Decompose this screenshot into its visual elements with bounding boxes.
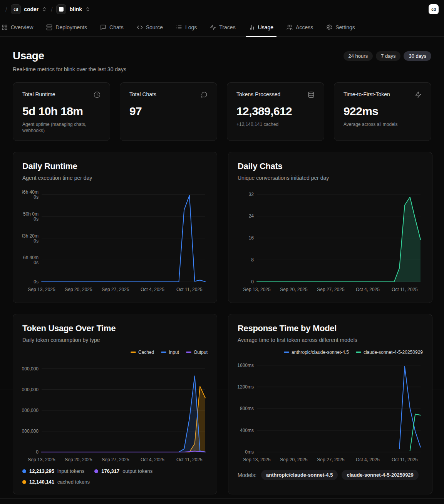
tab-chats[interactable]: Chats <box>100 18 124 37</box>
token-dot-icon <box>22 480 26 484</box>
stat-caption: Agent uptime (managing chats, webhooks) <box>22 121 99 134</box>
database-icon <box>308 91 315 100</box>
legend-item: claude-sonnet-4-5-20250929 <box>356 349 423 355</box>
message-icon <box>201 91 208 100</box>
stat-time-to-first-token: Time-to-First-Token 922ms Average across… <box>334 82 431 141</box>
chart-subtitle: Daily token consumption by type <box>22 337 208 343</box>
chart-row-2: Token Usage Over Time Daily token consum… <box>13 314 431 494</box>
model-badge[interactable]: claude-sonnet-4-5-20250929 <box>342 470 418 480</box>
tab-logs[interactable]: Logs <box>176 18 197 37</box>
tab-access[interactable]: Access <box>287 18 313 37</box>
legend-item: Output <box>186 349 208 355</box>
token-usage-chart: 02,000,0004,000,0006,000,0008,000,000Sep… <box>22 357 208 464</box>
token-dot-icon <box>94 469 98 473</box>
model-badges: anthropic/claude-sonnet-4.5claude-sonnet… <box>261 470 419 480</box>
daily-runtime-card: Daily Runtime Agent execution time per d… <box>13 152 217 303</box>
stat-caption: +12,140,141 cached <box>236 121 313 127</box>
svg-text:Sep 27, 2025: Sep 27, 2025 <box>102 457 129 462</box>
primary-nav: Overview Deployments Chats Source Logs T… <box>0 18 444 37</box>
svg-text:Sep 13, 2025: Sep 13, 2025 <box>28 457 55 462</box>
token-total-item: 176,317output tokens <box>94 468 152 474</box>
overview-grid-icon <box>2 24 8 30</box>
token-usage-card: Token Usage Over Time Daily token consum… <box>13 314 217 494</box>
legend-item: Cached <box>131 349 154 355</box>
stat-value: 922ms <box>343 105 422 118</box>
svg-text:33h 20m0s: 33h 20m0s <box>22 233 39 244</box>
tab-traces[interactable]: Traces <box>210 18 235 37</box>
settings-gear-icon <box>326 24 332 30</box>
svg-text:400ms: 400ms <box>240 428 254 433</box>
daily-runtime-chart: 0s16h 40m0s33h 20m0s50h 0m0s66h 40m0sSep… <box>22 186 208 293</box>
legend-swatch <box>161 352 166 353</box>
chart-subtitle: Unique conversations initiated per day <box>238 175 423 181</box>
svg-text:Oct 11, 2025: Oct 11, 2025 <box>392 287 418 292</box>
topbar: / cd coder / blink cd <box>0 0 444 18</box>
zap-icon <box>415 91 422 100</box>
chart-title: Daily Chats <box>238 161 423 171</box>
stat-value: 12,389,612 <box>236 105 315 118</box>
tab-settings[interactable]: Settings <box>326 18 355 37</box>
token-totals: 12,213,295input tokens176,317output toke… <box>22 468 208 485</box>
page-title: Usage <box>13 50 126 62</box>
stat-label: Time-to-First-Token <box>343 91 390 97</box>
breadcrumb-separator: / <box>51 6 52 13</box>
svg-text:Sep 27, 2025: Sep 27, 2025 <box>317 287 345 292</box>
tab-usage[interactable]: Usage <box>249 18 273 37</box>
legend-swatch <box>186 352 191 353</box>
svg-text:8: 8 <box>251 257 254 263</box>
svg-text:Oct 4, 2025: Oct 4, 2025 <box>356 457 380 462</box>
svg-text:50h 0m0s: 50h 0m0s <box>23 211 39 222</box>
svg-text:Oct 11, 2025: Oct 11, 2025 <box>392 457 418 462</box>
svg-text:16h 40m0s: 16h 40m0s <box>22 255 39 265</box>
chart-subtitle: Agent execution time per day <box>22 175 208 181</box>
stat-tokens-processed: Tokens Processed 12,389,612 +12,140,141 … <box>227 82 324 141</box>
org-name: coder <box>24 6 39 12</box>
svg-text:1600ms: 1600ms <box>238 363 254 368</box>
svg-text:Oct 4, 2025: Oct 4, 2025 <box>141 457 164 462</box>
stat-value: 5d 10h 18m <box>22 105 101 118</box>
chart-title: Token Usage Over Time <box>22 323 208 333</box>
coder-logo-badge[interactable]: cd <box>429 4 439 14</box>
stat-label: Total Runtime <box>22 91 55 97</box>
tab-deployments[interactable]: Deployments <box>46 18 87 37</box>
daily-chats-chart: 08162432Sep 13, 2025Sep 20, 2025Sep 27, … <box>238 186 423 293</box>
project-switcher[interactable]: blink <box>56 4 90 14</box>
svg-text:Sep 20, 2025: Sep 20, 2025 <box>280 457 308 462</box>
svg-text:32: 32 <box>249 192 254 197</box>
chevrons-up-down-icon <box>85 7 90 12</box>
svg-text:66h 40m0s: 66h 40m0s <box>22 189 39 200</box>
daily-chats-card: Daily Chats Unique conversations initiat… <box>228 152 432 303</box>
coder-logo-icon: cd <box>11 4 21 14</box>
svg-text:4,000,000: 4,000,000 <box>22 408 39 413</box>
svg-text:24: 24 <box>249 213 254 219</box>
tab-source[interactable]: Source <box>137 18 163 37</box>
legend-item: anthropic/claude-sonnet-4.5 <box>284 349 349 355</box>
response-time-card: Response Time by Model Average time to f… <box>228 314 432 494</box>
blink-logo-icon <box>56 4 66 14</box>
token-total-item: 12,140,141cached tokens <box>22 479 90 485</box>
svg-text:Sep 20, 2025: Sep 20, 2025 <box>65 287 92 292</box>
svg-text:1200ms: 1200ms <box>238 384 254 390</box>
logs-list-icon <box>176 24 182 30</box>
svg-text:6,000,000: 6,000,000 <box>22 387 39 392</box>
token-total-item: 12,213,295input tokens <box>22 468 84 474</box>
chevrons-up-down-icon <box>42 7 47 12</box>
range-7-days[interactable]: 7 days <box>376 51 400 61</box>
range-24-hours[interactable]: 24 hours <box>343 51 373 61</box>
svg-text:Sep 13, 2025: Sep 13, 2025 <box>243 457 271 462</box>
org-switcher[interactable]: cd coder <box>11 4 47 14</box>
usage-bars-icon <box>249 24 255 30</box>
stat-label: Total Chats <box>129 91 156 97</box>
stat-label: Tokens Processed <box>236 91 280 97</box>
model-badge[interactable]: anthropic/claude-sonnet-4.5 <box>261 470 338 480</box>
chat-bubble-icon <box>100 24 106 30</box>
access-users-icon <box>287 24 293 30</box>
tab-overview[interactable]: Overview <box>2 18 33 37</box>
svg-text:800ms: 800ms <box>240 406 254 411</box>
range-30-days[interactable]: 30 days <box>404 51 431 61</box>
svg-text:Oct 4, 2025: Oct 4, 2025 <box>356 287 380 292</box>
chart-legend: anthropic/claude-sonnet-4.5claude-sonnet… <box>238 349 423 355</box>
usage-page: Usage Real-time metrics for blink over t… <box>0 37 444 502</box>
models-footer: Models: anthropic/claude-sonnet-4.5claud… <box>238 470 423 480</box>
svg-text:Sep 20, 2025: Sep 20, 2025 <box>65 457 92 462</box>
